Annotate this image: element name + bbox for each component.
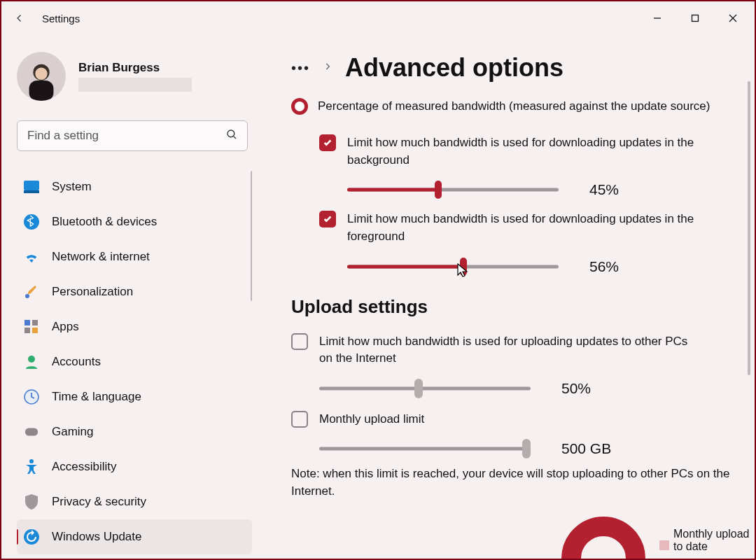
svg-point-20 bbox=[29, 459, 34, 463]
svg-rect-15 bbox=[24, 328, 30, 333]
maximize-button[interactable] bbox=[679, 5, 711, 31]
gamepad-icon bbox=[24, 424, 39, 440]
profile-block[interactable]: Brian Burgess bbox=[17, 52, 252, 101]
fg-limit-value: 56% bbox=[589, 258, 619, 275]
app-title: Settings bbox=[42, 13, 80, 24]
monthly-limit-label: Monthly upload limit bbox=[319, 411, 424, 428]
fg-limit-slider[interactable] bbox=[347, 259, 559, 274]
chevron-right-icon bbox=[323, 62, 332, 74]
svg-rect-13 bbox=[24, 320, 30, 326]
clock-icon bbox=[24, 389, 39, 405]
sidebar-item-privacy[interactable]: Privacy & security bbox=[17, 484, 252, 519]
breadcrumb: ••• Advanced options bbox=[291, 53, 736, 83]
sidebar-item-accounts[interactable]: Accounts bbox=[17, 344, 252, 379]
sidebar-item-label: System bbox=[52, 180, 92, 194]
upload-limit-slider[interactable] bbox=[319, 381, 531, 396]
legend-label: Monthly upload to date bbox=[673, 528, 755, 553]
system-icon bbox=[24, 179, 39, 195]
bandwidth-percentage-radio[interactable] bbox=[291, 98, 308, 115]
window-controls bbox=[641, 5, 749, 31]
upload-settings-heading: Upload settings bbox=[291, 296, 736, 318]
bg-limit-label: Limit how much bandwidth is used for dow… bbox=[347, 134, 725, 169]
monthly-limit-checkbox[interactable] bbox=[291, 411, 308, 428]
fg-limit-checkbox[interactable] bbox=[319, 211, 336, 227]
apps-icon bbox=[24, 319, 39, 335]
profile-email-placeholder bbox=[78, 78, 192, 92]
svg-rect-16 bbox=[32, 328, 38, 333]
paintbrush-icon bbox=[24, 284, 39, 300]
bg-limit-block: Limit how much bandwidth is used for dow… bbox=[291, 134, 736, 198]
sidebar-item-label: Time & language bbox=[52, 390, 141, 404]
sidebar-item-gaming[interactable]: Gaming bbox=[17, 414, 252, 449]
bandwidth-mode-radio-row: Percentage of measured bandwidth (measur… bbox=[291, 98, 736, 115]
bg-limit-value: 45% bbox=[589, 181, 619, 198]
back-button[interactable] bbox=[7, 6, 32, 31]
fg-limit-block: Limit how much bandwidth is used for dow… bbox=[291, 211, 736, 274]
sidebar: Brian Burgess System Bluetooth & devices bbox=[1, 35, 267, 559]
sidebar-item-label: Privacy & security bbox=[52, 495, 146, 509]
sidebar-item-label: Windows Update bbox=[52, 530, 142, 544]
upload-limit-value: 50% bbox=[561, 380, 591, 397]
usage-donut-chart bbox=[561, 517, 645, 559]
bandwidth-radio-label: Percentage of measured bandwidth (measur… bbox=[318, 99, 710, 113]
close-button[interactable] bbox=[717, 5, 749, 31]
sidebar-item-accessibility[interactable]: Accessibility bbox=[17, 449, 252, 484]
monthly-limit-value: 500 GB bbox=[561, 440, 611, 457]
svg-point-17 bbox=[28, 356, 35, 363]
svg-point-12 bbox=[25, 294, 29, 298]
breadcrumb-more-icon[interactable]: ••• bbox=[291, 60, 310, 76]
content-pane: ••• Advanced options Percentage of measu… bbox=[267, 35, 755, 559]
sidebar-item-label: Gaming bbox=[52, 425, 94, 439]
shield-icon bbox=[24, 494, 39, 510]
sidebar-item-time-language[interactable]: Time & language bbox=[17, 379, 252, 414]
sidebar-item-apps[interactable]: Apps bbox=[17, 309, 252, 344]
monthly-limit-block: Monthly upload limit 500 GB bbox=[291, 411, 736, 458]
svg-rect-10 bbox=[24, 190, 39, 193]
person-icon bbox=[24, 354, 39, 370]
nav: System Bluetooth & devices Network & int… bbox=[17, 169, 252, 559]
wifi-icon bbox=[24, 249, 39, 265]
minimize-button[interactable] bbox=[641, 5, 673, 31]
search-wrap bbox=[17, 120, 248, 151]
upload-limit-checkbox[interactable] bbox=[291, 333, 308, 350]
bg-limit-slider[interactable] bbox=[347, 182, 559, 197]
sidebar-item-system[interactable]: System bbox=[17, 169, 252, 204]
svg-rect-5 bbox=[29, 80, 54, 101]
sidebar-item-personalization[interactable]: Personalization bbox=[17, 274, 252, 309]
bg-limit-checkbox[interactable] bbox=[319, 134, 336, 151]
svg-rect-9 bbox=[24, 181, 39, 190]
sidebar-item-label: Bluetooth & devices bbox=[52, 215, 157, 229]
accessibility-icon bbox=[24, 459, 39, 475]
svg-rect-14 bbox=[32, 320, 38, 326]
svg-line-8 bbox=[234, 136, 236, 139]
svg-rect-19 bbox=[25, 428, 38, 436]
sidebar-item-label: Network & internet bbox=[52, 250, 150, 264]
sidebar-item-label: Accounts bbox=[52, 355, 101, 369]
sidebar-item-label: Accessibility bbox=[52, 460, 117, 474]
svg-point-6 bbox=[35, 68, 47, 80]
sidebar-item-network[interactable]: Network & internet bbox=[17, 239, 252, 274]
fg-limit-label: Limit how much bandwidth is used for dow… bbox=[347, 211, 725, 245]
page-title: Advanced options bbox=[345, 53, 564, 83]
monthly-limit-note: Note: when this limit is reached, your d… bbox=[291, 465, 736, 500]
upload-limit-label: Limit how much bandwidth is used for upl… bbox=[319, 333, 697, 368]
content-scrollbar[interactable] bbox=[748, 81, 750, 375]
profile-name: Brian Burgess bbox=[78, 61, 192, 75]
bluetooth-icon bbox=[24, 214, 39, 230]
avatar bbox=[17, 52, 66, 101]
sidebar-item-label: Personalization bbox=[52, 285, 133, 299]
titlebar: Settings bbox=[1, 1, 755, 35]
monthly-limit-slider[interactable] bbox=[319, 441, 531, 456]
svg-rect-1 bbox=[692, 15, 699, 22]
legend-swatch bbox=[659, 540, 669, 550]
search-input[interactable] bbox=[17, 120, 248, 151]
svg-point-7 bbox=[227, 130, 234, 137]
sidebar-item-windows-update[interactable]: Windows Update bbox=[17, 519, 252, 554]
sidebar-item-label: Apps bbox=[52, 320, 79, 334]
sidebar-item-bluetooth[interactable]: Bluetooth & devices bbox=[17, 204, 252, 239]
update-icon bbox=[24, 529, 39, 545]
search-icon bbox=[225, 128, 238, 144]
upload-limit-block: Limit how much bandwidth is used for upl… bbox=[291, 333, 736, 397]
